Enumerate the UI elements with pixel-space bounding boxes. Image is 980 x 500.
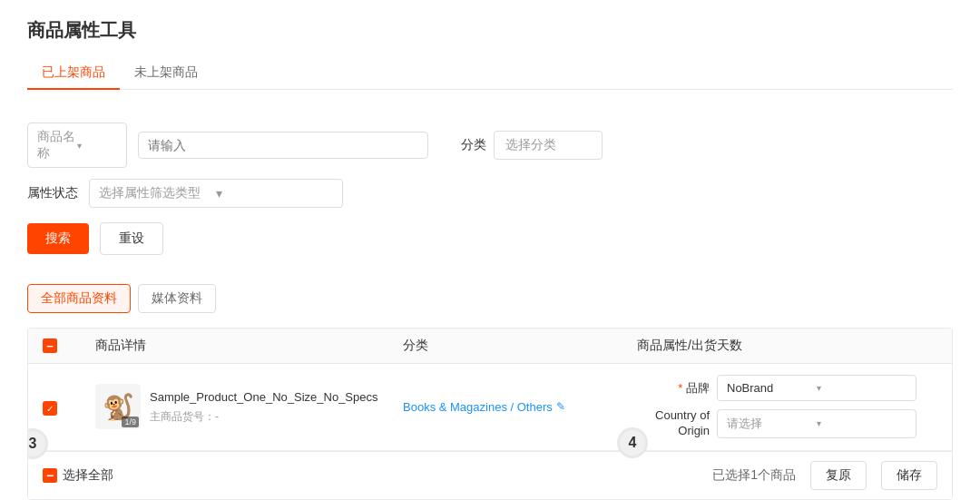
brand-dropdown[interactable]: NoBrand ▾	[717, 375, 916, 401]
filter-section: 商品名称 ▾ 分类 选择分类 属性状态 选择属性筛选类型 ▾ 搜索 重设	[27, 108, 953, 270]
image-count: 1/9	[122, 417, 139, 427]
brand-required-star: *	[678, 381, 686, 395]
header-category: 分类	[403, 338, 630, 354]
reset-button[interactable]: 重设	[100, 222, 163, 255]
attr-status-arrow: ▾	[216, 186, 333, 201]
category-filter: 分类 选择分类	[461, 131, 603, 160]
product-info-col: 🐒 1/9 Sample_Product_One_No_Size_No_Spec…	[95, 384, 396, 429]
tab-media[interactable]: 媒体资料	[138, 284, 216, 313]
table-row: ✓ 3 🐒 1/9 Sample_Product_On	[28, 364, 952, 451]
tab-all-products[interactable]: 全部商品资料	[27, 284, 131, 313]
page-title: 商品属性工具	[27, 18, 953, 43]
brand-value: NoBrand	[727, 381, 817, 395]
product-search-input[interactable]	[138, 132, 428, 159]
resource-tabs: 全部商品资料 媒体资料	[27, 284, 953, 313]
product-sku: 主商品货号：-	[150, 409, 378, 425]
table-footer: − 选择全部 已选择1个商品 复原 储存	[28, 451, 952, 499]
row-check-col: ✓ 3	[43, 397, 88, 416]
brand-row: * 品牌 NoBrand ▾	[637, 375, 937, 401]
restore-button[interactable]: 复原	[810, 461, 867, 490]
origin-row: Country ofOrigin 请选择 ▾	[637, 408, 937, 439]
badge-3: 3	[27, 428, 48, 459]
header-attributes: 商品属性/出货天数	[637, 338, 937, 354]
category-selector-value: 选择分类	[505, 137, 591, 153]
brand-label: * 品牌	[637, 380, 710, 397]
search-button[interactable]: 搜索	[27, 223, 89, 254]
table-header: − 商品详情 分类 商品属性/出货天数	[28, 328, 952, 364]
header-check: −	[43, 338, 88, 353]
save-button[interactable]: 储存	[881, 461, 937, 490]
product-attributes-col: * 品牌 NoBrand ▾ Country ofOrigin 请选择 ▾	[637, 375, 937, 439]
category-value: Books & Magazines / Others	[403, 400, 553, 414]
select-all-minus-icon[interactable]: −	[43, 468, 57, 483]
header-minus-icon[interactable]: −	[43, 338, 57, 353]
footer-actions: 已选择1个商品 复原 储存	[712, 461, 937, 490]
origin-value: 请选择	[727, 416, 817, 432]
attr-status-selector[interactable]: 选择属性筛选类型 ▾	[89, 179, 343, 208]
header-product-detail: 商品详情	[95, 338, 396, 354]
check-icon: ✓	[46, 404, 54, 414]
field-selector-value: 商品名称	[37, 129, 77, 162]
origin-label: Country ofOrigin	[637, 408, 710, 439]
tab-inactive-products[interactable]: 未上架商品	[120, 57, 212, 90]
selected-count: 已选择1个商品	[712, 467, 796, 484]
origin-dropdown[interactable]: 请选择 ▾	[717, 409, 916, 438]
product-table: − 商品详情 分类 商品属性/出货天数 ✓ 3	[27, 328, 953, 500]
select-all-area[interactable]: − 选择全部	[43, 467, 113, 484]
category-filter-label: 分类	[461, 137, 486, 153]
brand-dropdown-arrow: ▾	[817, 383, 906, 393]
attr-status-value: 选择属性筛选类型	[99, 185, 216, 201]
product-name: Sample_Product_One_No_Size_No_Specs	[150, 389, 378, 406]
product-thumbnail: 🐒 1/9	[95, 384, 141, 429]
category-edit-icon[interactable]: ✎	[556, 400, 565, 413]
attr-status-label: 属性状态	[27, 185, 78, 201]
select-all-label: 选择全部	[63, 467, 113, 484]
category-selector[interactable]: 选择分类	[494, 131, 603, 160]
field-selector[interactable]: 商品名称 ▾	[27, 123, 127, 168]
badge-4: 4	[617, 427, 648, 458]
tab-active-products[interactable]: 已上架商品	[27, 57, 120, 90]
product-details: Sample_Product_One_No_Size_No_Specs 主商品货…	[150, 389, 378, 425]
product-category-col: Books & Magazines / Others ✎ 4	[403, 400, 630, 414]
origin-dropdown-arrow: ▾	[817, 418, 906, 428]
row-checkbox[interactable]: ✓	[43, 401, 57, 416]
field-selector-arrow: ▾	[77, 141, 117, 151]
main-tabs: 已上架商品 未上架商品	[27, 57, 953, 90]
